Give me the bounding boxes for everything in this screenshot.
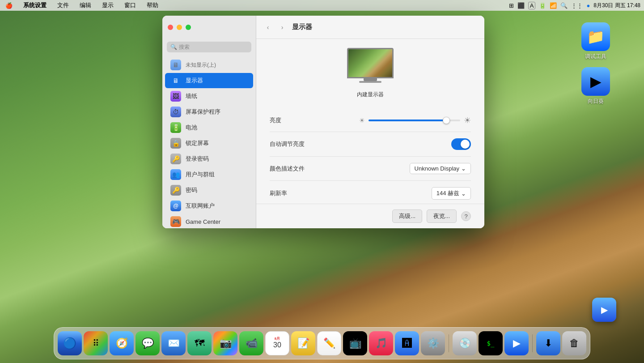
color-profile-row: 颜色描述文件 Unknown Display ⌄ <box>270 157 471 181</box>
sidebar-item-internetaccounts[interactable]: @ 互联网账户 <box>165 198 253 214</box>
color-profile-value: Unknown Display <box>415 165 459 172</box>
dock-syspref[interactable]: ⚙️ <box>421 331 445 355</box>
dock-terminal[interactable]: $_ <box>479 331 503 355</box>
sun-small-icon: ☀ <box>359 117 365 124</box>
dock-facetime[interactable]: 📹 <box>239 331 263 355</box>
apple-menu[interactable]: 🍎 <box>4 2 14 9</box>
refresh-rate-label: 刷新率 <box>270 189 359 197</box>
sidebar-item-displays[interactable]: 🖥 显示器 <box>165 73 253 88</box>
sidebar-item-lockscreen[interactable]: 🔒 锁定屏幕 <box>165 136 253 151</box>
dock-calendar[interactable]: 8月 30 <box>265 331 289 355</box>
sidebar-titlebar <box>162 16 256 39</box>
dock-finder[interactable]: 🔵 <box>58 331 82 355</box>
back-button[interactable]: ‹ <box>263 23 272 32</box>
debug-tools-label: 调试工具 <box>585 53 606 60</box>
advanced-button[interactable]: 高级... <box>392 209 422 223</box>
chevron-down-icon-2: ⌄ <box>461 190 466 197</box>
menubar-battery-icon[interactable]: 🔋 <box>539 2 546 9</box>
sidebar: 🔍 搜索 🖥 未知显示(上) 🖥 显示器 🖼 墙纸 ⏱ 屏幕保护程序 <box>162 16 256 228</box>
menu-display[interactable]: 显示 <box>100 1 115 9</box>
screensaver-label: 屏幕保护程序 <box>186 108 220 116</box>
sun-large-icon: ☀ <box>464 115 471 125</box>
refresh-rate-select[interactable]: 144 赫兹 ⌄ <box>432 187 471 200</box>
photos-icon: 📷 <box>220 337 232 349</box>
lockscreen-label: 锁定屏幕 <box>186 139 209 147</box>
sidebar-item-loginpassword[interactable]: 🔑 登录密码 <box>165 151 253 167</box>
maximize-button[interactable] <box>186 25 191 30</box>
menu-file[interactable]: 文件 <box>55 1 71 9</box>
dock-mail[interactable]: ✉️ <box>161 331 186 355</box>
auto-brightness-toggle[interactable] <box>451 138 471 150</box>
main-titlebar: ‹ › 显示器 <box>256 16 484 39</box>
menu-system-preferences[interactable]: 系统设置 <box>21 1 48 9</box>
menubar-control-center-icon[interactable]: ⊞ <box>509 2 514 9</box>
sidebar-item-screensaver[interactable]: ⏱ 屏幕保护程序 <box>165 104 253 120</box>
laptop-screen-content <box>348 49 392 77</box>
menubar-input-method-icon[interactable]: A <box>528 2 536 9</box>
menubar-right: ⊞ ⬛ A 🔋 📶 🔍 ⋮⋮ ● 8月30日 周五 17:48 <box>509 2 640 9</box>
desktop-icon-debug-tools[interactable]: 📁 调试工具 <box>578 22 614 60</box>
debug-tools-icon: 📁 <box>581 22 610 51</box>
search-box[interactable]: 🔍 搜索 <box>167 42 251 52</box>
dock-maps[interactable]: 🗺 <box>187 331 212 355</box>
minimize-button[interactable] <box>177 25 182 30</box>
help-button[interactable]: ? <box>461 211 471 221</box>
menubar-controlcenter2-icon[interactable]: ⋮⋮ <box>571 2 583 9</box>
dock-notes[interactable]: 📝 <box>291 331 315 355</box>
dock-music[interactable]: 🎵 <box>369 331 393 355</box>
sidebar-item-passwords[interactable]: 🔑 密码 <box>165 183 253 198</box>
maps-icon: 🗺 <box>195 337 204 349</box>
refresh-rate-value: 144 赫兹 <box>436 189 459 197</box>
menu-help[interactable]: 帮助 <box>145 1 160 9</box>
dock-trash[interactable]: 🗑 <box>562 331 586 355</box>
sidebar-item-wallpaper[interactable]: 🖼 墙纸 <box>165 89 253 104</box>
chevron-down-icon: ⌄ <box>461 165 466 172</box>
menu-edit[interactable]: 编辑 <box>78 1 93 9</box>
search-placeholder: 搜索 <box>179 43 190 51</box>
desktop-icon-whalefinder[interactable]: ▶ 向日葵 <box>578 67 614 105</box>
menubar-wifi-icon[interactable]: 📶 <box>550 2 557 9</box>
bottom-buttons: 高级... 夜览... ? <box>256 204 484 228</box>
dock-remote[interactable]: ▶ <box>504 331 529 355</box>
music-icon: 🎵 <box>375 337 387 349</box>
toggle-knob <box>461 140 470 149</box>
menubar-left: 🍎 系统设置 文件 编辑 显示 窗口 帮助 <box>4 1 160 9</box>
color-profile-select[interactable]: Unknown Display ⌄ <box>410 163 471 174</box>
auto-brightness-row: 自动调节亮度 <box>270 132 471 157</box>
night-shift-button[interactable]: 夜览... <box>427 209 457 223</box>
dock-launchpad[interactable]: ⠿ <box>84 331 108 355</box>
close-button[interactable] <box>168 25 173 30</box>
monitor-foot <box>359 81 381 83</box>
brightness-slider-track[interactable] <box>369 120 460 121</box>
forward-button[interactable]: › <box>278 23 287 32</box>
dock-messages[interactable]: 💬 <box>136 331 160 355</box>
menu-window[interactable]: 窗口 <box>123 1 138 9</box>
download-icon: ⬇ <box>544 337 552 349</box>
dock-diskutil[interactable]: 💿 <box>453 331 477 355</box>
sidebar-item-gamecenter[interactable]: 🎮 Game Center <box>165 214 253 228</box>
menubar-display-icon[interactable]: ⬛ <box>517 2 525 9</box>
main-content: ‹ › 显示器 内建显示器 亮度 ☀ <box>256 16 484 228</box>
menubar-search-icon[interactable]: 🔍 <box>560 2 568 9</box>
dock-appstore[interactable]: 🅰 <box>395 331 419 355</box>
sidebar-item-battery[interactable]: 🔋 电池 <box>165 120 253 135</box>
prev-icon: 🖥 <box>170 60 181 70</box>
dock-download[interactable]: ⬇ <box>536 331 560 355</box>
usersgroups-icon: 👥 <box>170 169 181 180</box>
brightness-label: 亮度 <box>270 116 359 124</box>
trash-icon: 🗑 <box>569 337 579 349</box>
sidebar-item-usersgroups[interactable]: 👥 用户与群组 <box>165 167 253 182</box>
dock-photos[interactable]: 📷 <box>213 331 237 355</box>
appletv-icon: 📺 <box>349 337 361 349</box>
battery-label: 电池 <box>186 124 197 132</box>
brightness-slider-thumb[interactable] <box>443 117 450 124</box>
sidebar-item-prev[interactable]: 🖥 未知显示(上) <box>165 57 253 73</box>
passwords-label: 密码 <box>186 186 197 194</box>
dock-freeform[interactable]: ✏️ <box>317 331 341 355</box>
dock-appletv[interactable]: 📺 <box>343 331 367 355</box>
diskutil-icon: 💿 <box>459 337 471 349</box>
menubar-colorpicker-icon[interactable]: ● <box>586 2 590 9</box>
sidebar-list: 🖥 未知显示(上) 🖥 显示器 🖼 墙纸 ⏱ 屏幕保护程序 🔋 电池 🔒 <box>162 55 256 228</box>
dock-safari[interactable]: 🧭 <box>110 331 134 355</box>
corner-floating-app[interactable]: ▶ <box>592 298 616 322</box>
